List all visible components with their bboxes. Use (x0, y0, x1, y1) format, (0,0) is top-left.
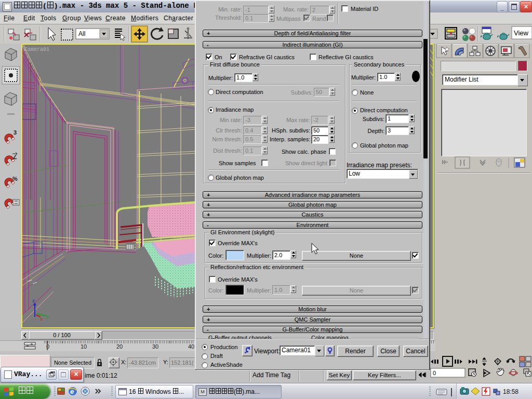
svg-text:Camera01: Camera01 (24, 47, 49, 52)
svg-text:x: x (40, 317, 43, 322)
svg-text:y: y (46, 314, 49, 320)
svg-text:∠: ∠ (12, 154, 17, 160)
svg-text:0: 0 (433, 370, 436, 376)
svg-text:z: z (32, 299, 35, 304)
svg-text:3: 3 (14, 129, 17, 136)
svg-text:%: % (12, 176, 18, 182)
svg-text:View: View (514, 29, 529, 37)
svg-text:All: All (78, 30, 85, 37)
